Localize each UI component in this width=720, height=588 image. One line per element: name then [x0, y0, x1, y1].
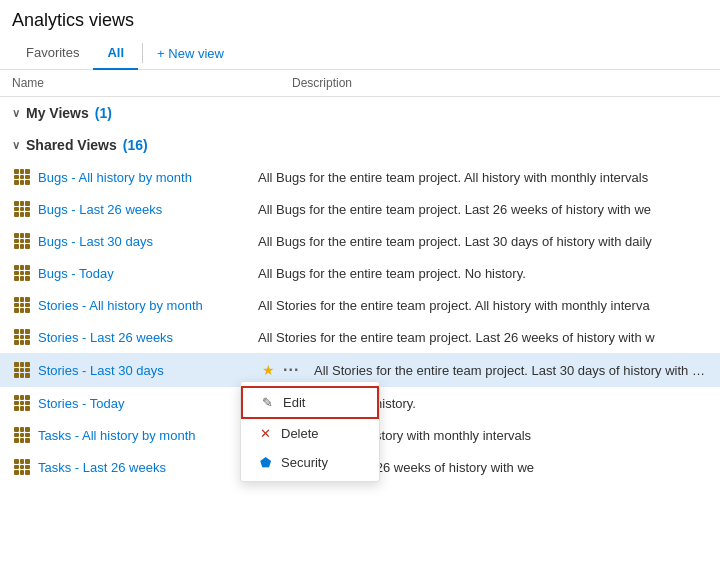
row-grid-icon	[12, 231, 32, 251]
view-name-link[interactable]: Stories - Last 26 weeks	[38, 330, 258, 345]
view-name-link[interactable]: Stories - Today	[38, 396, 258, 411]
view-name-link[interactable]: Bugs - All history by month	[38, 170, 258, 185]
view-name-link[interactable]: Stories - All history by month	[38, 298, 258, 313]
view-name-link[interactable]: Tasks - Last 26 weeks	[38, 460, 258, 475]
my-views-section-header[interactable]: ∨ My Views (1)	[0, 97, 720, 129]
context-menu-security[interactable]: ⬟Security	[241, 448, 379, 477]
shared-views-chevron-icon: ∨	[12, 139, 20, 152]
rows-container: Bugs - All history by monthAll Bugs for …	[0, 161, 720, 483]
view-name-link[interactable]: Stories - Last 30 days	[38, 363, 258, 378]
delete-label: Delete	[281, 426, 319, 441]
row-grid-icon	[12, 360, 32, 380]
row-actions: ★···	[262, 359, 314, 381]
row-grid-icon	[12, 457, 32, 477]
table-row: Bugs - TodayAll Bugs for the entire team…	[0, 257, 720, 289]
star-icon[interactable]: ★	[262, 362, 275, 378]
table-row: Stories - All history by monthAll Storie…	[0, 289, 720, 321]
shared-views-label: Shared Views	[26, 137, 117, 153]
view-description: All Stories for the entire team project.…	[258, 330, 708, 345]
row-grid-icon	[12, 327, 32, 347]
my-views-chevron-icon: ∨	[12, 107, 20, 120]
table-row: Bugs - All history by monthAll Bugs for …	[0, 161, 720, 193]
view-description: All Stories for the entire team project.…	[314, 363, 708, 378]
context-menu-edit[interactable]: ✎Edit	[241, 386, 379, 419]
view-name-link[interactable]: Bugs - Last 26 weeks	[38, 202, 258, 217]
shared-views-count: (16)	[123, 137, 148, 153]
tab-separator	[142, 43, 143, 63]
my-views-label: My Views	[26, 105, 89, 121]
view-description: All Stories for the entire team project.…	[258, 298, 708, 313]
row-grid-icon	[12, 199, 32, 219]
column-name-header: Name	[12, 76, 292, 90]
table-row: Stories - Last 26 weeksAll Stories for t…	[0, 321, 720, 353]
context-menu: ✎Edit✕Delete⬟Security	[240, 381, 380, 482]
shared-views-section-header[interactable]: ∨ Shared Views (16)	[0, 129, 720, 161]
tab-bar: Favorites All + New view	[0, 37, 720, 70]
tab-favorites[interactable]: Favorites	[12, 37, 93, 70]
view-name-link[interactable]: Bugs - Last 30 days	[38, 234, 258, 249]
security-label: Security	[281, 455, 328, 470]
row-grid-icon	[12, 393, 32, 413]
view-name-link[interactable]: Tasks - All history by month	[38, 428, 258, 443]
delete-icon: ✕	[257, 426, 273, 441]
table-row: Bugs - Last 26 weeksAll Bugs for the ent…	[0, 193, 720, 225]
security-icon: ⬟	[257, 455, 273, 470]
page-title: Analytics views	[0, 0, 720, 37]
my-views-count: (1)	[95, 105, 112, 121]
row-grid-icon	[12, 295, 32, 315]
row-grid-icon	[12, 263, 32, 283]
table-row: Stories - Last 30 days★···All Stories fo…	[0, 353, 720, 387]
ellipsis-button[interactable]: ···	[279, 359, 303, 381]
table-row: Bugs - Last 30 daysAll Bugs for the enti…	[0, 225, 720, 257]
row-grid-icon	[12, 425, 32, 445]
table-header: Name Description	[0, 70, 720, 97]
view-name-link[interactable]: Bugs - Today	[38, 266, 258, 281]
view-description: All Bugs for the entire team project. Al…	[258, 170, 708, 185]
edit-label: Edit	[283, 395, 305, 410]
context-menu-delete[interactable]: ✕Delete	[241, 419, 379, 448]
view-description: All Bugs for the entire team project. La…	[258, 202, 708, 217]
column-desc-header: Description	[292, 76, 708, 90]
tab-all[interactable]: All	[93, 37, 138, 70]
view-description: All Bugs for the entire team project. No…	[258, 266, 708, 281]
new-view-button[interactable]: + New view	[147, 38, 234, 69]
edit-icon: ✎	[259, 395, 275, 410]
view-description: All Bugs for the entire team project. La…	[258, 234, 708, 249]
row-grid-icon	[12, 167, 32, 187]
